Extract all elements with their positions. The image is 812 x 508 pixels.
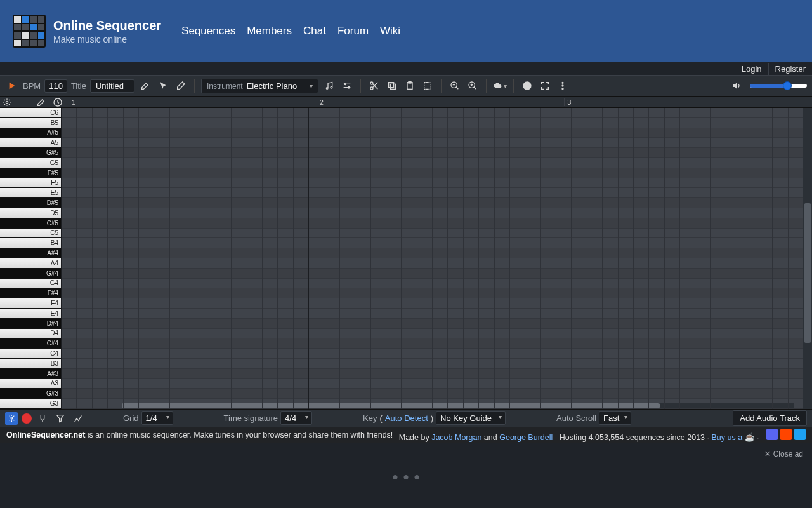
key-C6[interactable]: C6 — [0, 108, 61, 118]
key-Dsharp4[interactable]: D#4 — [0, 319, 61, 329]
key-Csharp4[interactable]: C#4 — [0, 338, 61, 349]
notes-icon[interactable] — [322, 79, 336, 93]
key-D5[interactable]: D5 — [0, 208, 61, 218]
cloud-save-icon[interactable]: ▾ — [493, 79, 507, 93]
key-A3[interactable]: A3 — [0, 379, 61, 389]
key-F4[interactable]: F4 — [0, 298, 61, 309]
george-link[interactable]: George Burdell — [499, 433, 553, 442]
nav-sequences[interactable]: Sequences — [181, 25, 235, 37]
key-E4[interactable]: E4 — [0, 309, 61, 319]
key-G5[interactable]: G5 — [0, 158, 61, 168]
jacob-link[interactable]: Jacob Morgan — [431, 433, 481, 442]
key-A5[interactable]: A5 — [0, 138, 61, 148]
zoom-out-icon[interactable] — [448, 79, 462, 93]
main-nav: Sequences Members Chat Forum Wiki — [173, 0, 812, 62]
pencil-icon[interactable] — [34, 95, 48, 109]
svg-point-18 — [6, 101, 8, 104]
play-button[interactable] — [5, 79, 19, 93]
instrument-select[interactable]: InstrumentElectric Piano ▾ — [201, 79, 318, 93]
sliders-icon[interactable] — [340, 79, 354, 93]
autoscroll-select[interactable]: Fast — [599, 411, 631, 425]
reddit-icon[interactable] — [780, 429, 792, 440]
key-D4[interactable]: D4 — [0, 329, 61, 339]
gear-icon[interactable] — [3, 95, 11, 109]
bpm-input[interactable]: 110 — [44, 79, 67, 93]
zoom-in-icon[interactable] — [466, 79, 480, 93]
timesig-select[interactable]: 4/4 — [280, 411, 312, 425]
logo-icon — [13, 15, 46, 48]
nav-wiki[interactable]: Wiki — [380, 25, 400, 37]
key-Gsharp3[interactable]: G#3 — [0, 389, 61, 399]
key-E5[interactable]: E5 — [0, 188, 61, 198]
help-icon[interactable]: ? — [520, 79, 534, 93]
key-select[interactable]: No Key Guide — [436, 411, 506, 425]
key-label: Key — [363, 413, 377, 423]
piano-roll: C6B5A#5A5G#5G5F#5F5E5D#5D5C#5C5B4A#4A4G#… — [0, 108, 812, 409]
measure-3: 3 — [564, 98, 812, 106]
record-button[interactable] — [22, 413, 32, 424]
measure-1: 1 — [69, 98, 317, 106]
buy-coffee-link[interactable]: Buy us a ☕ — [711, 433, 754, 442]
edit-icon[interactable] — [138, 79, 152, 93]
nav-chat[interactable]: Chat — [303, 25, 326, 37]
grid-select[interactable]: 1/4 — [141, 411, 173, 425]
logo-block[interactable]: Online Sequencer Make music online — [0, 0, 173, 62]
key-A4[interactable]: A4 — [0, 258, 61, 269]
key-Asharp3[interactable]: A#3 — [0, 369, 61, 379]
login-link[interactable]: Login — [735, 63, 768, 75]
key-Fsharp4[interactable]: F#4 — [0, 288, 61, 298]
key-B5[interactable]: B5 — [0, 118, 61, 128]
auto-detect-link[interactable]: Auto Detect — [385, 413, 428, 423]
key-Gsharp5[interactable]: G#5 — [0, 148, 61, 158]
key-Asharp5[interactable]: A#5 — [0, 128, 61, 138]
select-icon[interactable] — [421, 79, 435, 93]
ruler[interactable]: 1 2 3 — [69, 98, 812, 106]
cut-icon[interactable] — [367, 79, 381, 93]
filter-icon[interactable] — [53, 411, 67, 425]
key-Gsharp4[interactable]: G#4 — [0, 269, 61, 279]
discord-icon[interactable] — [766, 429, 778, 440]
copy-icon[interactable] — [385, 79, 399, 93]
svg-point-16 — [562, 85, 563, 86]
note-grid[interactable] — [61, 108, 803, 409]
key-C4[interactable]: C4 — [0, 349, 61, 359]
key-B3[interactable]: B3 — [0, 359, 61, 369]
clock-icon[interactable] — [51, 95, 65, 109]
app-title: Online Sequencer — [53, 18, 161, 33]
bottom-bar: Grid 1/4 Time signature 4/4 Key (Auto De… — [0, 409, 812, 427]
key-C5[interactable]: C5 — [0, 229, 61, 239]
tuning-fork-icon[interactable] — [36, 411, 49, 425]
close-ad-button[interactable]: ✕ Close ad — [764, 450, 803, 458]
key-Fsharp5[interactable]: F#5 — [0, 168, 61, 178]
twitter-icon[interactable] — [794, 429, 806, 440]
more-icon[interactable] — [556, 79, 570, 93]
register-link[interactable]: Register — [768, 63, 812, 75]
key-Csharp5[interactable]: C#5 — [0, 218, 61, 229]
pointer-icon[interactable] — [156, 79, 170, 93]
add-audio-button[interactable]: Add Audio Track — [733, 410, 807, 426]
paste-icon[interactable] — [403, 79, 417, 93]
vertical-scrollbar[interactable] — [803, 108, 812, 409]
key-G3[interactable]: G3 — [0, 399, 61, 409]
key-G4[interactable]: G4 — [0, 279, 61, 289]
svg-point-20 — [10, 417, 12, 419]
volume-icon[interactable] — [730, 79, 743, 93]
key-F5[interactable]: F5 — [0, 178, 61, 189]
settings-icon[interactable] — [5, 412, 18, 425]
title-input[interactable]: Untitled — [90, 79, 134, 93]
header: Online Sequencer Make music online Seque… — [0, 0, 812, 62]
key-Asharp4[interactable]: A#4 — [0, 248, 61, 258]
key-B4[interactable]: B4 — [0, 238, 61, 248]
eraser-icon[interactable] — [174, 79, 188, 93]
key-Dsharp5[interactable]: D#5 — [0, 198, 61, 208]
fullscreen-icon[interactable] — [538, 79, 552, 93]
volume-slider[interactable] — [750, 84, 807, 88]
nav-members[interactable]: Members — [247, 25, 292, 37]
svg-point-1 — [331, 86, 332, 88]
ad-area: ✕ Close ad — [0, 443, 812, 508]
chevron-down-icon: ▾ — [310, 83, 313, 90]
nav-forum[interactable]: Forum — [337, 25, 369, 37]
stats-icon[interactable] — [71, 411, 85, 425]
footer: OnlineSequencer.net is an online music s… — [0, 427, 812, 443]
piano-keys[interactable]: C6B5A#5A5G#5G5F#5F5E5D#5D5C#5C5B4A#4A4G#… — [0, 108, 61, 409]
